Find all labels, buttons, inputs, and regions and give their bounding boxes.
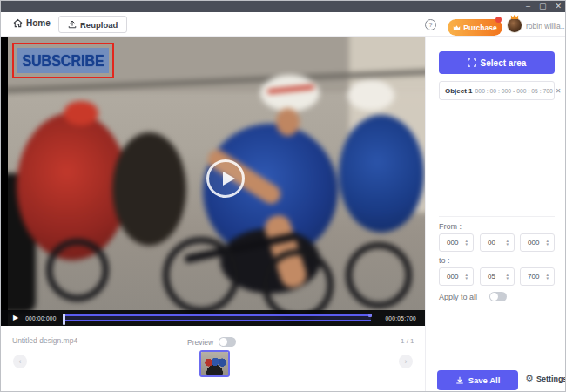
- header-divider: [51, 17, 51, 31]
- purchase-button[interactable]: Purchase: [448, 19, 502, 36]
- stepper-arrows[interactable]: ▲▼: [506, 240, 514, 247]
- stepper-down-icon[interactable]: ▼: [506, 243, 509, 247]
- download-icon: [455, 376, 464, 385]
- thumbnail-image: [201, 352, 228, 375]
- from-minutes-stepper[interactable]: 000 ▲▼: [439, 233, 474, 252]
- home-button[interactable]: Home: [13, 18, 51, 28]
- apply-to-all-label: Apply to all: [439, 293, 477, 301]
- page-indicator: 1 / 1: [401, 337, 414, 345]
- maximize-icon[interactable]: ▢: [539, 3, 547, 10]
- end-time: 000:05:700: [385, 315, 416, 321]
- crown-icon: [453, 24, 461, 31]
- play-overlay-button[interactable]: [206, 159, 245, 198]
- next-thumbnail-button[interactable]: ›: [399, 355, 413, 368]
- object-list-item[interactable]: Object 1 000 : 00 : 000 - 000 : 05 : 700…: [439, 81, 555, 100]
- chevron-right-icon: ›: [405, 357, 408, 366]
- purchase-label: Purchase: [463, 24, 496, 32]
- preview-toggle[interactable]: [219, 337, 236, 347]
- timeline-handle[interactable]: [63, 314, 65, 325]
- reupload-label: Reupload: [80, 20, 118, 30]
- stepper-value: 000: [521, 239, 546, 247]
- stepper-down-icon[interactable]: ▼: [546, 277, 549, 280]
- timeline-track[interactable]: [64, 314, 372, 321]
- minimize-icon[interactable]: –: [526, 3, 530, 10]
- help-icon: ?: [428, 21, 432, 29]
- stepper-value: 000: [440, 273, 465, 280]
- from-label: From :: [439, 222, 462, 231]
- from-millis-stepper[interactable]: 000 ▲▼: [520, 233, 555, 252]
- stepper-down-icon[interactable]: ▼: [546, 243, 549, 247]
- app-window: – ▢ ✕ Home Reupload ? Purchase: [0, 0, 566, 392]
- user-name[interactable]: robin willia...: [526, 22, 566, 30]
- file-name: Untitled design.mp4: [12, 336, 77, 345]
- home-label: Home: [26, 18, 51, 28]
- select-area-icon: [468, 58, 476, 67]
- toggle-knob: [219, 338, 227, 346]
- stepper-down-icon[interactable]: ▼: [506, 277, 509, 280]
- select-area-button[interactable]: Select area: [439, 51, 555, 74]
- to-label: to :: [439, 256, 450, 265]
- watermark-selection-box[interactable]: SUBSCRIBE: [12, 43, 114, 78]
- stepper-value: 700: [521, 273, 546, 280]
- apply-to-all-toggle[interactable]: [489, 292, 507, 301]
- play-icon: [223, 172, 235, 186]
- help-button[interactable]: ?: [425, 19, 436, 30]
- object-name: Object 1: [445, 87, 473, 95]
- current-time: 000:00:000: [25, 315, 57, 321]
- save-all-label: Save All: [468, 375, 501, 385]
- stepper-down-icon[interactable]: ▼: [465, 243, 468, 247]
- to-seconds-stepper[interactable]: 05 ▲▼: [480, 267, 515, 286]
- watermark: SUBSCRIBE: [17, 48, 109, 73]
- stepper-arrows[interactable]: ▲▼: [506, 274, 514, 280]
- header: Home Reupload ? Purchase robin willia...: [1, 12, 566, 37]
- timeline-end-dot: [368, 314, 372, 317]
- stepper-arrows[interactable]: ▲▼: [546, 274, 554, 280]
- prev-thumbnail-button[interactable]: ‹: [13, 355, 27, 368]
- toggle-knob: [490, 293, 498, 301]
- stepper-arrows[interactable]: ▲▼: [465, 274, 473, 280]
- avatar-crown-icon: [510, 14, 519, 20]
- notification-dot: [495, 17, 502, 23]
- sidebar: Select area Object 1 000 : 00 : 000 - 00…: [425, 37, 566, 392]
- from-seconds-stepper[interactable]: 00 ▲▼: [480, 233, 515, 252]
- stepper-value: 00: [481, 239, 506, 247]
- sidebar-divider: [439, 216, 555, 217]
- chevron-left-icon: ‹: [19, 357, 22, 366]
- object-time-range: 000 : 00 : 000 - 000 : 05 : 700: [475, 88, 553, 94]
- video-preview: SUBSCRIBE ▶ 000:00:000 000:05:700: [1, 37, 425, 326]
- upload-icon: [68, 20, 77, 29]
- gear-icon: ⚙: [525, 374, 534, 383]
- player-controls: ▶ 000:00:000 000:05:700: [1, 310, 425, 326]
- select-area-label: Select area: [481, 58, 527, 68]
- home-icon: [13, 18, 23, 28]
- reupload-button[interactable]: Reupload: [58, 16, 127, 33]
- remove-object-icon[interactable]: ✕: [556, 87, 562, 95]
- titlebar: – ▢ ✕: [1, 1, 566, 12]
- close-icon[interactable]: ✕: [555, 3, 562, 10]
- stepper-arrows[interactable]: ▲▼: [465, 240, 473, 247]
- window-controls: – ▢ ✕: [526, 1, 562, 12]
- footer-panel: Untitled design.mp4 Preview 1 / 1 ‹ ›: [1, 326, 425, 392]
- to-minutes-stepper[interactable]: 000 ▲▼: [439, 267, 474, 286]
- stepper-down-icon[interactable]: ▼: [465, 277, 468, 280]
- preview-label: Preview: [187, 338, 213, 347]
- play-button[interactable]: ▶: [13, 314, 18, 321]
- to-millis-stepper[interactable]: 700 ▲▼: [520, 267, 555, 286]
- save-all-button[interactable]: Save All: [437, 370, 518, 390]
- settings-label: Settings: [536, 375, 566, 383]
- stepper-value: 000: [440, 239, 465, 247]
- thumbnail-selected[interactable]: [199, 350, 230, 377]
- stepper-value: 05: [481, 273, 506, 280]
- watermark-text: SUBSCRIBE: [22, 51, 104, 70]
- stepper-arrows[interactable]: ▲▼: [546, 240, 554, 247]
- settings-button[interactable]: ⚙ Settings: [525, 374, 566, 383]
